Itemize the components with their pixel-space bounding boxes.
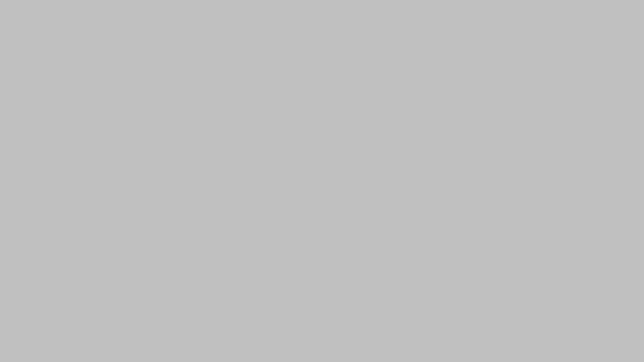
arrow-layer bbox=[0, 0, 644, 362]
diagram-canvas bbox=[0, 0, 644, 362]
